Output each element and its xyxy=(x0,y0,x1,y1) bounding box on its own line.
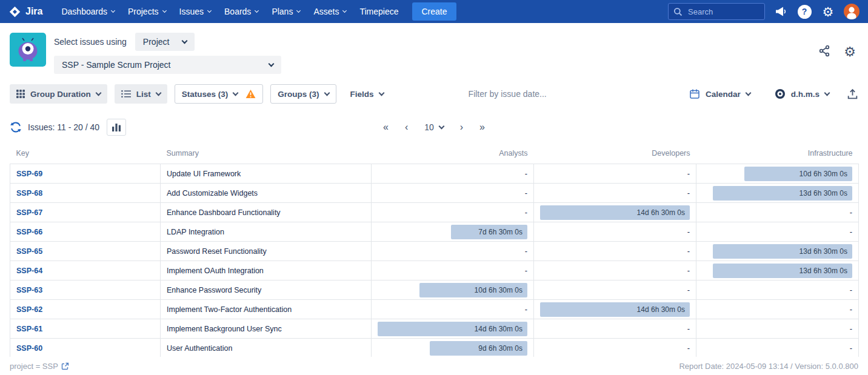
report-actions: ⚙ xyxy=(818,45,856,59)
next-page-button[interactable]: › xyxy=(460,122,463,132)
issue-key-link[interactable]: SSP-65 xyxy=(16,247,42,256)
list-icon xyxy=(121,90,131,98)
table-header-row: Key Summary Analysts Developers Infrastr… xyxy=(10,147,859,164)
export-icon[interactable] xyxy=(847,88,858,100)
duration-bar: 14d 6h 30m 0s xyxy=(378,322,527,336)
groups-filter-button[interactable]: Groups (3) xyxy=(270,84,336,104)
infrastructure-duration-cell: - xyxy=(696,339,859,358)
nav-issues[interactable]: Issues xyxy=(173,0,218,23)
key-cell: SSP-65 xyxy=(10,242,161,261)
prev-page-button[interactable]: ‹ xyxy=(405,122,408,132)
issue-key-link[interactable]: SSP-61 xyxy=(16,325,42,333)
developers-duration-cell: - xyxy=(534,319,696,339)
jira-logo[interactable]: Jira xyxy=(8,5,42,18)
main-nav: Dashboards Projects Issues Boards Plans … xyxy=(55,0,405,23)
global-search[interactable] xyxy=(668,3,765,20)
summary-cell: Enhance Password Security xyxy=(161,280,372,300)
issue-key-link[interactable]: SSP-60 xyxy=(16,344,42,353)
statuses-filter-button[interactable]: Statuses (3) xyxy=(175,84,264,104)
chevron-down-icon xyxy=(255,8,259,13)
warning-icon xyxy=(245,89,256,99)
key-cell: SSP-67 xyxy=(10,203,161,222)
issue-key-link[interactable]: SSP-69 xyxy=(16,170,42,178)
issue-key-link[interactable]: SSP-66 xyxy=(16,228,42,236)
project-select[interactable]: SSP - Sample Scrum Project xyxy=(54,56,281,74)
admin-settings-icon[interactable]: ⚙ xyxy=(820,4,836,19)
user-avatar[interactable] xyxy=(844,4,860,19)
duration-bar: 13d 6h 30m 0s xyxy=(713,186,852,201)
nav-plans[interactable]: Plans xyxy=(265,0,307,23)
duration-bar: 13d 6h 30m 0s xyxy=(713,264,852,278)
group-duration-button[interactable]: Group Duration xyxy=(10,84,107,104)
last-page-button[interactable]: » xyxy=(479,122,485,132)
announcements-icon[interactable] xyxy=(773,4,789,19)
create-button[interactable]: Create xyxy=(412,2,456,21)
nav-timepiece[interactable]: Timepiece xyxy=(353,0,405,23)
chart-view-button[interactable] xyxy=(107,119,126,136)
developers-duration-cell: - xyxy=(534,242,696,261)
col-header-developers[interactable]: Developers xyxy=(534,147,696,164)
summary-cell: LDAP Integration xyxy=(161,222,372,242)
refresh-icon[interactable] xyxy=(10,121,22,133)
external-link-icon[interactable] xyxy=(61,362,69,370)
time-in-status-table: Key Summary Analysts Developers Infrastr… xyxy=(10,147,859,358)
analysts-duration-cell: 7d 6h 30m 0s xyxy=(372,222,534,242)
issue-key-link[interactable]: SSP-68 xyxy=(16,189,42,197)
developers-duration-cell: - xyxy=(534,261,696,280)
table-row: SSP-63Enhance Password Security10d 6h 30… xyxy=(10,280,859,300)
issue-source-controls: Select issues using Project SSP - Sample… xyxy=(54,33,281,74)
share-icon[interactable] xyxy=(818,45,830,59)
issue-date-filter-input[interactable] xyxy=(467,88,589,99)
table-row: SSP-69Update UI Framework--10d 6h 30m 0s xyxy=(10,164,859,184)
grid-icon xyxy=(16,90,25,98)
view-mode-button[interactable]: List xyxy=(115,84,167,104)
infrastructure-duration-cell: - xyxy=(696,203,859,222)
key-cell: SSP-69 xyxy=(10,164,161,184)
report-toolbar: Group Duration List Statuses (3) Groups … xyxy=(0,84,868,104)
col-header-summary[interactable]: Summary xyxy=(161,147,372,164)
summary-cell: Implement Background User Sync xyxy=(161,319,372,339)
chevron-down-icon xyxy=(182,38,188,44)
col-header-analysts[interactable]: Analysts xyxy=(372,147,534,164)
page-size-select[interactable]: 10 xyxy=(424,122,444,132)
col-header-key[interactable]: Key xyxy=(10,147,161,164)
duration-bar: 14d 6h 30m 0s xyxy=(540,205,690,220)
analysts-duration-cell: - xyxy=(372,261,534,280)
chevron-down-icon xyxy=(207,8,212,13)
fields-button[interactable]: Fields xyxy=(344,84,390,104)
issue-key-link[interactable]: SSP-67 xyxy=(16,208,42,217)
key-cell: SSP-64 xyxy=(10,261,161,280)
issue-key-link[interactable]: SSP-64 xyxy=(16,267,42,275)
help-icon[interactable]: ? xyxy=(796,4,812,19)
developers-duration-cell: 14d 6h 30m 0s xyxy=(534,300,696,319)
infrastructure-duration-cell: - xyxy=(696,280,859,300)
duration-format-button[interactable]: d.h.m.s xyxy=(768,84,836,104)
chevron-down-icon xyxy=(824,90,830,96)
question-mark-icon: ? xyxy=(798,5,812,19)
chevron-down-icon xyxy=(269,61,275,67)
calendar-view-button[interactable]: Calendar xyxy=(683,84,757,104)
summary-cell: Implement Two-Factor Authentication xyxy=(161,300,372,319)
issue-key-link[interactable]: SSP-62 xyxy=(16,305,42,314)
chevron-down-icon xyxy=(111,8,115,13)
brand-name: Jira xyxy=(25,6,42,17)
nav-dashboards[interactable]: Dashboards xyxy=(55,0,121,23)
nav-boards[interactable]: Boards xyxy=(218,0,265,23)
search-icon xyxy=(673,7,683,16)
first-page-button[interactable]: « xyxy=(383,122,389,132)
developers-duration-cell: - xyxy=(534,339,696,358)
analysts-duration-cell: - xyxy=(372,300,534,319)
pagination: « ‹ 10 › » xyxy=(383,122,485,132)
developers-duration-cell: - xyxy=(534,280,696,300)
nav-assets[interactable]: Assets xyxy=(307,0,353,23)
developers-duration-cell: - xyxy=(534,222,696,242)
report-settings-icon[interactable]: ⚙ xyxy=(844,45,856,59)
nav-projects[interactable]: Projects xyxy=(121,0,173,23)
avatar-icon xyxy=(844,4,860,19)
search-input[interactable] xyxy=(687,7,755,17)
jira-logo-icon xyxy=(8,5,21,18)
col-header-infrastructure[interactable]: Infrastructure xyxy=(696,147,859,164)
issue-key-link[interactable]: SSP-63 xyxy=(16,286,42,294)
issue-source-select[interactable]: Project xyxy=(135,33,195,51)
chevron-down-icon xyxy=(162,8,167,13)
